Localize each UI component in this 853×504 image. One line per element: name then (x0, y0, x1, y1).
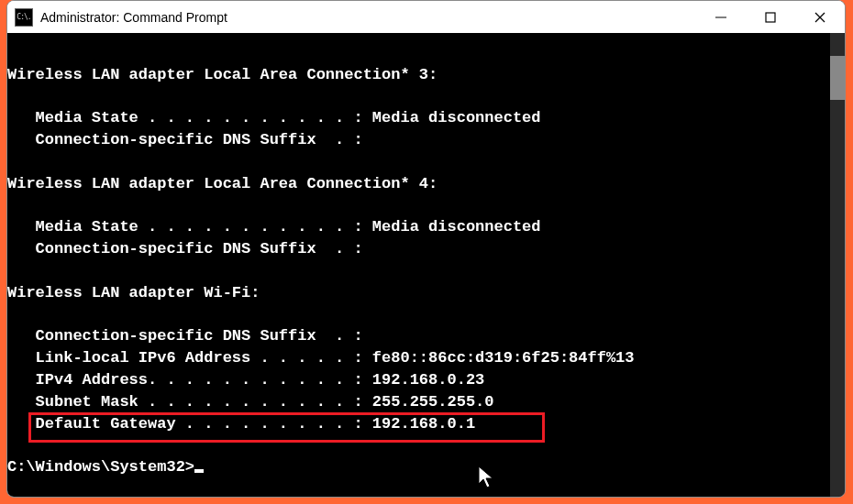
dns-suffix-line: Connection-specific DNS Suffix . : (7, 129, 845, 151)
adapter-header: Wireless LAN adapter Wi-Fi: (7, 282, 845, 304)
text-cursor (194, 469, 204, 473)
maximize-button[interactable] (746, 1, 795, 33)
prompt-text: C:\Windows\System32> (7, 458, 194, 476)
svg-rect-1 (766, 13, 775, 22)
media-state-line: Media State . . . . . . . . . . . : Medi… (7, 107, 845, 129)
minimize-icon (715, 11, 727, 24)
output-line (7, 195, 845, 217)
minimize-button[interactable] (696, 1, 746, 33)
media-state-line: Media State . . . . . . . . . . . : Medi… (7, 216, 845, 238)
terminal-output-area[interactable]: Wireless LAN adapter Local Area Connecti… (7, 33, 845, 497)
subnet-line: Subnet Mask . . . . . . . . . . . : 255.… (7, 391, 845, 413)
close-icon (814, 11, 826, 24)
dns-suffix-line: Connection-specific DNS Suffix . : (7, 325, 845, 347)
output-line (7, 42, 845, 64)
cmd-icon: C:\. (15, 8, 33, 27)
terminal-content: Wireless LAN adapter Local Area Connecti… (7, 42, 845, 482)
ipv4-line: IPv4 Address. . . . . . . . . . . : 192.… (7, 369, 845, 391)
adapter-header: Wireless LAN adapter Local Area Connecti… (7, 64, 845, 86)
output-line (7, 304, 845, 326)
scrollbar-thumb[interactable] (830, 56, 845, 100)
output-line (7, 86, 845, 108)
window-title: Administrator: Command Prompt (40, 10, 227, 25)
ipv6-line: Link-local IPv6 Address . . . . . : fe80… (7, 347, 845, 369)
output-line (7, 260, 845, 282)
command-prompt-window: C:\. Administrator: Command Prompt (6, 0, 846, 498)
scrollbar-track[interactable] (830, 33, 845, 497)
close-button[interactable] (795, 1, 845, 33)
maximize-icon (764, 11, 777, 24)
window-controls (696, 1, 845, 33)
prompt-line: C:\Windows\System32> (7, 456, 845, 478)
output-line (7, 151, 845, 173)
dns-suffix-line: Connection-specific DNS Suffix . : (7, 238, 845, 260)
adapter-header: Wireless LAN adapter Local Area Connecti… (7, 173, 845, 195)
window-titlebar[interactable]: C:\. Administrator: Command Prompt (7, 1, 845, 33)
output-line (7, 434, 845, 456)
gateway-line: Default Gateway . . . . . . . . . : 192.… (7, 413, 845, 435)
